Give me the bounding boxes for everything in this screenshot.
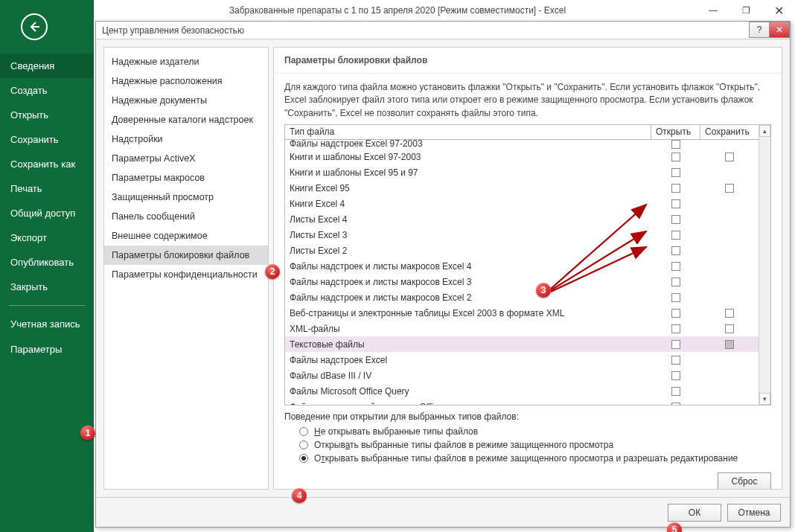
col-filetype[interactable]: Тип файла — [285, 125, 651, 139]
rail-item[interactable]: Открыть — [0, 103, 94, 127]
checkbox-open[interactable] — [671, 231, 680, 240]
reset-button[interactable]: Сброс — [718, 472, 771, 490]
col-save[interactable]: Сохранить — [700, 125, 759, 139]
radio-button[interactable] — [299, 454, 308, 463]
table-row[interactable]: Файлы Microsoft Office Query — [285, 383, 759, 399]
checkbox-open[interactable] — [671, 199, 680, 208]
behavior-title: Поведение при открытии для выбранных тип… — [284, 411, 771, 422]
ok-button[interactable]: ОК — [668, 504, 721, 522]
checkbox-save[interactable] — [725, 184, 734, 193]
table-row[interactable]: Листы Excel 3 — [285, 227, 759, 243]
checkbox-open[interactable] — [671, 184, 680, 193]
table-row[interactable]: Книги и шаблоны Excel 95 и 97 — [285, 164, 759, 180]
rail-item[interactable]: Сохранить как — [0, 152, 94, 176]
category-item[interactable]: Параметры конфиденциальности — [104, 265, 268, 284]
category-item[interactable]: Параметры макросов — [104, 168, 268, 188]
dialog-footer: ОК Отмена — [96, 497, 790, 527]
category-item[interactable]: Параметры ActiveX — [104, 149, 268, 168]
radio-option[interactable]: Не открывать выбранные типы файлов — [284, 425, 771, 438]
rail-account[interactable]: Учетная запись — [0, 312, 94, 337]
checkbox-open[interactable] — [671, 371, 680, 380]
category-item[interactable]: Надстройки — [104, 129, 268, 149]
cancel-button[interactable]: Отмена — [727, 504, 781, 522]
window-maximize-button[interactable]: ❐ — [729, 0, 762, 21]
rail-options[interactable]: Параметры — [0, 337, 94, 362]
dialog-close-button[interactable]: ✕ — [769, 22, 790, 38]
checkbox-save[interactable] — [725, 340, 734, 349]
cell-filetype: Книги и шаблоны Excel 95 и 97 — [285, 167, 651, 178]
checkbox-open[interactable] — [671, 215, 680, 224]
dialog-help-button[interactable]: ? — [749, 22, 770, 38]
checkbox-open[interactable] — [671, 387, 680, 396]
checkbox-open[interactable] — [671, 324, 680, 333]
cell-open — [651, 278, 700, 286]
table-row[interactable]: Файлы надстроек и листы макросов Excel 2 — [285, 289, 759, 305]
rail-item[interactable]: Экспорт — [0, 225, 94, 250]
rail-item[interactable]: Печать — [0, 176, 94, 201]
table-row[interactable]: Веб-страницы и электронные таблицы Excel… — [285, 305, 759, 321]
table-row[interactable]: XML-файлы — [285, 321, 759, 336]
cell-filetype: Файлы надстроек Excel — [285, 355, 651, 365]
checkbox-open[interactable] — [671, 403, 680, 406]
checkbox-open[interactable] — [671, 278, 680, 286]
checkbox-open[interactable] — [671, 168, 680, 177]
rail-item[interactable]: Опубликовать — [0, 250, 94, 275]
table-row[interactable]: Файлы надстроек Excel — [285, 352, 759, 368]
table-row[interactable]: Текстовые файлы — [285, 336, 759, 352]
window-close-button[interactable]: ✕ — [762, 0, 795, 21]
category-item[interactable]: Панель сообщений — [104, 207, 268, 226]
table-row[interactable]: Файлы надстроек и листы макросов Excel 4 — [285, 258, 759, 274]
category-item[interactable]: Внешнее содержимое — [104, 226, 268, 246]
table-row[interactable]: Листы Excel 2 — [285, 243, 759, 258]
category-item[interactable]: Надежные издатели — [104, 52, 268, 71]
table-row[interactable]: Файлы подключений к данным Office — [285, 399, 759, 405]
checkbox-open[interactable] — [671, 153, 680, 161]
checkbox-open[interactable] — [671, 309, 680, 318]
category-item[interactable]: Параметры блокировки файлов — [104, 246, 268, 265]
table-row[interactable]: Файлы dBase III / IV — [285, 368, 759, 383]
checkbox-save[interactable] — [725, 324, 734, 333]
rail-item[interactable]: Общий доступ — [0, 201, 94, 225]
rail-item[interactable]: Сведения — [0, 54, 94, 78]
behavior-section: Поведение при открытии для выбранных тип… — [274, 406, 782, 468]
back-button[interactable] — [21, 13, 48, 40]
scroll-down-button[interactable]: ▾ — [759, 393, 770, 405]
checkbox-save[interactable] — [725, 309, 734, 318]
settings-panel: Параметры блокировки файлов Для каждого … — [273, 47, 782, 490]
category-item[interactable]: Доверенные каталоги надстроек — [104, 110, 268, 129]
table-row[interactable]: Листы Excel 4 — [285, 211, 759, 227]
cell-open — [651, 371, 700, 380]
checkbox-save[interactable] — [725, 153, 734, 161]
category-item[interactable]: Надежные документы — [104, 91, 268, 110]
scrollbar-track[interactable]: ▾ — [759, 140, 770, 405]
cell-open — [651, 184, 700, 193]
rail-item[interactable]: Сохранить — [0, 127, 94, 152]
table-row[interactable]: Файлы надстроек и листы макросов Excel 3 — [285, 274, 759, 289]
table-row[interactable]: Книги Excel 4 — [285, 196, 759, 211]
cell-filetype: Файлы надстроек и листы макросов Excel 3 — [285, 277, 651, 287]
cell-open — [651, 387, 700, 396]
checkbox-open[interactable] — [671, 262, 680, 271]
checkbox-open[interactable] — [671, 246, 680, 255]
rail-item[interactable]: Создать — [0, 78, 94, 103]
table-row[interactable]: Книги Excel 95 — [285, 180, 759, 196]
table-row[interactable]: Книги и шаблоны Excel 97-2003 — [285, 149, 759, 164]
radio-option[interactable]: Открывать выбранные типы файлов в режиме… — [284, 438, 771, 452]
rail-item[interactable]: Закрыть — [0, 275, 94, 299]
radio-option[interactable]: Открывать выбранные типы файлов в режиме… — [284, 452, 771, 465]
radio-button[interactable] — [299, 440, 308, 449]
window-minimize-button[interactable]: — — [697, 0, 729, 21]
col-open[interactable]: Открыть — [651, 125, 700, 139]
table-row[interactable]: Файлы надстроек Excel 97-2003 — [285, 140, 759, 149]
category-item[interactable]: Защищенный просмотр — [104, 188, 268, 207]
checkbox-open[interactable] — [671, 356, 680, 365]
checkbox-open[interactable] — [671, 340, 680, 349]
category-item[interactable]: Надежные расположения — [104, 71, 268, 91]
radio-label: Открывать выбранные типы файлов в режиме… — [314, 440, 613, 450]
radio-button[interactable] — [299, 427, 308, 436]
callout-2: 2 — [265, 264, 280, 279]
checkbox-open[interactable] — [671, 140, 680, 149]
scroll-up-button[interactable]: ▴ — [759, 125, 770, 137]
cell-filetype: Файлы подключений к данным Office — [285, 402, 651, 406]
checkbox-open[interactable] — [671, 293, 680, 302]
